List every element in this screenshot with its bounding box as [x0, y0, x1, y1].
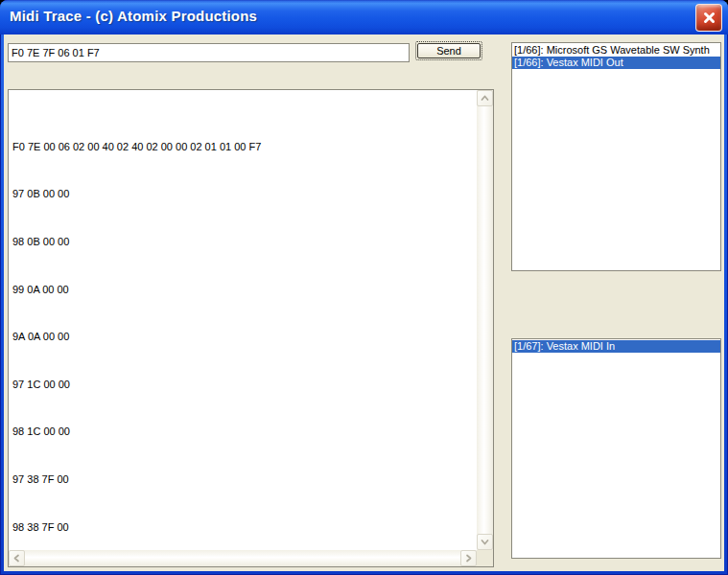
close-button[interactable] [695, 4, 722, 32]
chevron-down-icon [480, 537, 490, 547]
trace-line: 98 1C 00 00 [12, 426, 477, 437]
trace-line: 97 0B 00 00 [12, 188, 477, 199]
midi-out-device-list[interactable]: [1/66]: Microsoft GS Wavetable SW Synth … [511, 42, 721, 271]
trace-line: F0 7E 00 06 02 00 40 02 40 02 00 00 02 0… [12, 141, 477, 152]
vertical-scrollbar[interactable] [477, 90, 493, 550]
sysex-message-input[interactable] [8, 43, 410, 62]
trace-line: 9A 0A 00 00 [12, 331, 477, 342]
trace-lines: F0 7E 00 06 02 00 40 02 40 02 00 00 02 0… [9, 90, 477, 550]
trace-line: 97 1C 00 00 [12, 379, 477, 390]
horizontal-scrollbar[interactable] [9, 550, 477, 566]
scroll-down-button[interactable] [477, 534, 493, 550]
close-icon [702, 11, 716, 25]
trace-line: 99 0A 00 00 [12, 284, 477, 295]
send-button[interactable]: Send [417, 43, 481, 58]
chevron-left-icon [12, 553, 22, 564]
send-button-focus-ring: Send [415, 41, 482, 60]
chevron-up-icon [480, 93, 490, 104]
window-title: Midi Trace - (c) Atomix Productions [10, 8, 257, 24]
scroll-up-button[interactable] [477, 90, 493, 106]
window-frame: Midi Trace - (c) Atomix Productions Send… [0, 0, 728, 575]
midi-in-device-item[interactable]: [1/67]: Vestax MIDI In [512, 340, 720, 353]
titlebar: Midi Trace - (c) Atomix Productions [0, 0, 728, 34]
midi-out-device-item[interactable]: [1/66]: Microsoft GS Wavetable SW Synth [512, 44, 720, 57]
scroll-right-button[interactable] [460, 550, 477, 566]
trace-line: 98 38 7F 00 [12, 521, 477, 533]
scrollbar-corner [477, 550, 493, 566]
trace-line: 98 0B 00 00 [12, 236, 477, 247]
midi-trace-log[interactable]: F0 7E 00 06 02 00 40 02 40 02 00 00 02 0… [8, 89, 494, 567]
midi-out-device-item[interactable]: [1/66]: Vestax MIDI Out [512, 57, 720, 69]
midi-in-device-list[interactable]: [1/67]: Vestax MIDI In [511, 338, 721, 559]
chevron-right-icon [463, 553, 474, 564]
client-area: Send F0 7E 00 06 02 00 40 02 40 02 00 00… [4, 34, 724, 571]
trace-line: 97 38 7F 00 [12, 473, 477, 485]
scroll-left-button[interactable] [9, 550, 25, 566]
